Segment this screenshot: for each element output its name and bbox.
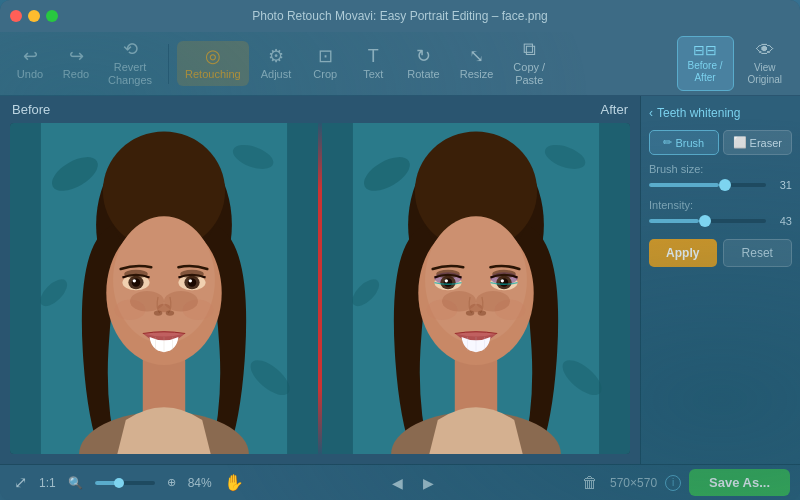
history-tools: ↩ Undo ↪ Redo ⟲ RevertChanges xyxy=(8,34,160,93)
apply-button[interactable]: Apply xyxy=(649,239,717,267)
reset-button[interactable]: Reset xyxy=(723,239,793,267)
brush-button[interactable]: ✏ Brush xyxy=(649,130,719,155)
before-after-button[interactable]: ⊟⊟ Before /After xyxy=(677,36,734,91)
svg-point-60 xyxy=(478,311,486,316)
undo-icon: ↩ xyxy=(23,47,38,65)
brush-icon: ✏ xyxy=(663,136,672,149)
before-label: Before xyxy=(12,102,50,117)
pan-icon: ✋ xyxy=(224,473,244,492)
minimize-button[interactable] xyxy=(28,10,40,22)
rotate-button[interactable]: ↻ Rotate xyxy=(399,41,447,86)
resize-button[interactable]: ⤡ Resize xyxy=(452,41,502,86)
zoom-slider-container xyxy=(95,481,155,485)
brush-size-label: Brush size: xyxy=(649,163,792,175)
brush-size-track[interactable] xyxy=(649,183,766,187)
revert-button[interactable]: ⟲ RevertChanges xyxy=(100,34,160,93)
zoom-thumb[interactable] xyxy=(114,478,124,488)
next-image-button[interactable]: ▶ xyxy=(417,473,440,493)
brush-size-fill xyxy=(649,183,719,187)
crop-label: Crop xyxy=(313,68,337,80)
redo-icon: ↪ xyxy=(69,47,84,65)
svg-point-22 xyxy=(188,278,196,286)
back-button[interactable]: ‹ Teeth whitening xyxy=(649,104,792,122)
text-button[interactable]: T Text xyxy=(351,41,395,86)
svg-point-49 xyxy=(444,278,452,286)
fit-screen-button[interactable]: ⤢ xyxy=(10,471,31,494)
rotate-icon: ↻ xyxy=(416,47,431,65)
svg-point-56 xyxy=(501,279,504,282)
view-original-button[interactable]: 👁 ViewOriginal xyxy=(738,35,792,92)
intensity-thumb[interactable] xyxy=(699,215,711,227)
info-icon: i xyxy=(672,477,674,488)
zoom-slider[interactable] xyxy=(95,481,155,485)
main-window: Photo Retouch Movavi: Easy Portrait Edit… xyxy=(0,0,800,500)
pan-tool-button[interactable]: ✋ xyxy=(220,471,248,494)
right-panel: ‹ Teeth whitening ✏ Brush ⬜ Eraser Brush… xyxy=(640,96,800,464)
intensity-container: Intensity: 43 xyxy=(649,199,792,227)
retouching-label: Retouching xyxy=(185,68,241,80)
panel-title: Teeth whitening xyxy=(657,106,740,120)
prev-image-button[interactable]: ◀ xyxy=(386,473,409,493)
copy-paste-label: Copy /Paste xyxy=(513,61,545,87)
zoom-out-button[interactable]: 🔍 xyxy=(64,474,87,492)
window-title: Photo Retouch Movavi: Easy Portrait Edit… xyxy=(252,9,548,23)
save-as-button[interactable]: Save As... xyxy=(689,469,790,496)
svg-point-55 xyxy=(500,278,508,286)
text-label: Text xyxy=(363,68,383,80)
before-after-labels: Before After xyxy=(0,96,640,123)
fit-screen-icon: ⤢ xyxy=(14,473,27,492)
rotate-label: Rotate xyxy=(407,68,439,80)
crop-button[interactable]: ⊡ Crop xyxy=(303,41,347,86)
maximize-button[interactable] xyxy=(46,10,58,22)
copy-paste-button[interactable]: ⧉ Copy /Paste xyxy=(505,34,553,93)
before-portrait xyxy=(10,123,318,454)
eraser-label: Eraser xyxy=(750,137,782,149)
brush-size-container: Brush size: 31 xyxy=(649,163,792,191)
intensity-fill xyxy=(649,219,699,223)
eraser-button[interactable]: ⬜ Eraser xyxy=(723,130,793,155)
after-portrait-svg xyxy=(322,123,630,454)
intensity-value: 43 xyxy=(772,215,792,227)
undo-label: Undo xyxy=(17,68,43,80)
undo-button[interactable]: ↩ Undo xyxy=(8,41,52,86)
close-button[interactable] xyxy=(10,10,22,22)
image-dimensions: 570×570 xyxy=(610,476,657,490)
zoom-out-icon: 🔍 xyxy=(68,476,83,490)
brush-size-slider-row: 31 xyxy=(649,179,792,191)
intensity-label: Intensity: xyxy=(649,199,792,211)
zoom-ratio: 1:1 xyxy=(39,476,56,490)
intensity-track[interactable] xyxy=(649,219,766,223)
crop-icon: ⊡ xyxy=(318,47,333,65)
svg-point-27 xyxy=(166,311,174,316)
zoom-in-button[interactable]: ⊕ xyxy=(163,474,180,491)
svg-point-57 xyxy=(492,270,516,278)
toolbar-divider-1 xyxy=(168,44,169,84)
brush-size-value: 31 xyxy=(772,179,792,191)
adjust-button[interactable]: ⚙ Adjust xyxy=(253,41,300,86)
brush-size-thumb[interactable] xyxy=(719,179,731,191)
svg-point-23 xyxy=(189,279,192,282)
images-container xyxy=(10,123,630,454)
intensity-slider-row: 43 xyxy=(649,215,792,227)
retouching-button[interactable]: ◎ Retouching xyxy=(177,41,249,86)
next-icon: ▶ xyxy=(423,475,434,491)
split-divider[interactable] xyxy=(318,123,322,454)
delete-icon: 🗑 xyxy=(582,474,598,492)
info-button[interactable]: i xyxy=(665,475,681,491)
text-icon: T xyxy=(368,47,379,65)
view-original-label: ViewOriginal xyxy=(748,62,782,86)
revert-icon: ⟲ xyxy=(123,40,138,58)
resize-icon: ⤡ xyxy=(469,47,484,65)
zoom-in-icon: ⊕ xyxy=(167,476,176,489)
prev-icon: ◀ xyxy=(392,475,403,491)
eraser-icon: ⬜ xyxy=(733,136,747,149)
brush-label: Brush xyxy=(675,137,704,149)
delete-button[interactable]: 🗑 xyxy=(578,472,602,494)
resize-label: Resize xyxy=(460,68,494,80)
zoom-percent: 84% xyxy=(188,476,212,490)
redo-button[interactable]: ↪ Redo xyxy=(54,41,98,86)
svg-point-17 xyxy=(132,278,140,286)
main-content: Before After xyxy=(0,96,800,464)
adjust-label: Adjust xyxy=(261,68,292,80)
after-portrait xyxy=(322,123,630,454)
